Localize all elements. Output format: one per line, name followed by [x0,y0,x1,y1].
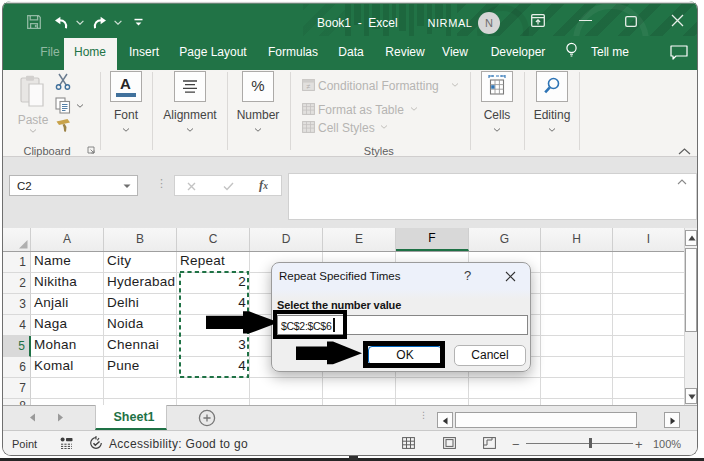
svg-text:≠: ≠ [307,83,311,90]
